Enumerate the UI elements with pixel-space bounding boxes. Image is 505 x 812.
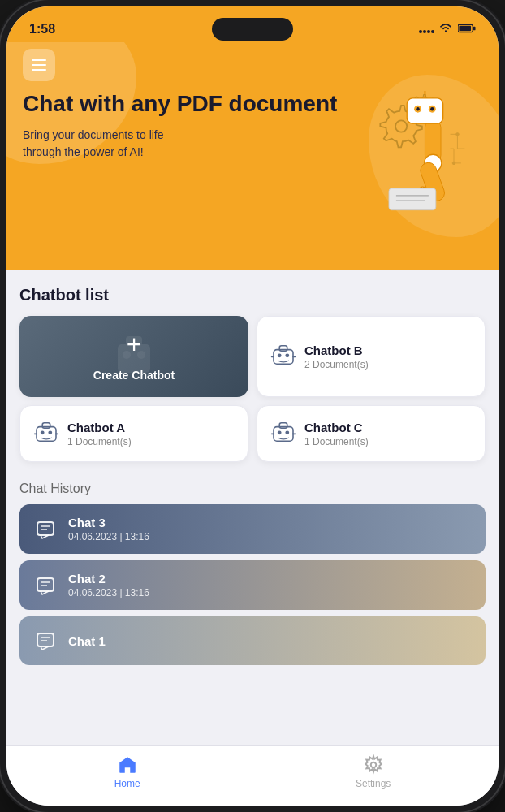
- svg-point-2: [427, 30, 430, 33]
- chatbot-card-a[interactable]: Chatbot A 1 Document(s): [19, 405, 248, 462]
- svg-point-45: [278, 430, 282, 434]
- svg-point-0: [419, 30, 422, 33]
- chat-2-date: 04.06.2023 | 13:16: [68, 587, 149, 598]
- chatbot-a-name: Chatbot A: [67, 421, 132, 434]
- svg-point-1: [423, 30, 426, 33]
- hero-title: Chat with any PDF document: [23, 91, 360, 117]
- chatbot-list-section: Chatbot list + Creat: [19, 286, 486, 462]
- hero-section: Chat with any PDF document Bring your do…: [6, 42, 499, 270]
- nav-settings-label: Settings: [356, 778, 391, 789]
- chat-item-3[interactable]: Chat 3 04.06.2023 | 13:16: [19, 504, 486, 554]
- nav-home[interactable]: Home: [114, 754, 140, 789]
- battery-icon: [458, 22, 476, 37]
- chatbot-a-info: Chatbot A 1 Document(s): [67, 421, 132, 447]
- status-icons: [419, 22, 476, 37]
- chatbot-a-icon: [33, 419, 59, 448]
- create-chatbot-card[interactable]: + Create Chatbot: [19, 316, 248, 397]
- svg-point-46: [285, 430, 289, 434]
- dynamic-island: [212, 18, 293, 41]
- chat-3-icon: [32, 516, 58, 542]
- wifi-icon: [438, 22, 453, 37]
- svg-point-3: [431, 30, 434, 33]
- nav-settings[interactable]: Settings: [356, 754, 391, 789]
- chat-1-icon: [32, 628, 58, 654]
- phone-frame: 1:58: [0, 0, 505, 812]
- chatbot-a-docs: 1 Document(s): [67, 436, 132, 447]
- svg-rect-6: [459, 26, 471, 31]
- create-plus-icon: +: [127, 331, 142, 357]
- chatbot-c-info: Chatbot C 1 Document(s): [304, 421, 369, 447]
- svg-point-39: [41, 430, 45, 434]
- svg-point-18: [416, 107, 419, 110]
- chatbot-card-b[interactable]: Chatbot B 2 Document(s): [257, 316, 486, 397]
- chatbot-grid: + Create Chatbot: [19, 316, 486, 462]
- status-time: 1:58: [29, 22, 55, 37]
- chatbot-b-icon: [270, 342, 296, 371]
- svg-rect-15: [407, 98, 442, 123]
- chat-3-name: Chat 3: [68, 516, 149, 529]
- svg-point-7: [395, 120, 407, 132]
- svg-rect-5: [473, 27, 476, 31]
- chatbot-b-docs: 2 Document(s): [304, 359, 369, 370]
- svg-point-25: [456, 133, 460, 136]
- chat-1-name: Chat 1: [68, 634, 106, 648]
- svg-point-58: [370, 762, 376, 768]
- svg-rect-55: [37, 633, 54, 646]
- svg-point-26: [452, 162, 455, 165]
- svg-point-40: [48, 430, 52, 434]
- chat-2-info: Chat 2 04.06.2023 | 13:16: [68, 572, 149, 598]
- hero-text: Chat with any PDF document Bring your do…: [23, 91, 360, 161]
- screen: 1:58: [6, 6, 499, 806]
- chat-1-info: Chat 1: [68, 634, 106, 648]
- chat-2-icon: [32, 572, 58, 598]
- chat-2-name: Chat 2: [68, 572, 149, 585]
- chat-3-info: Chat 3 04.06.2023 | 13:16: [68, 516, 149, 542]
- signal-icon: [419, 22, 434, 37]
- main-content: Chatbot list + Creat: [6, 270, 499, 745]
- chatbot-b-info: Chatbot B 2 Document(s): [304, 343, 369, 370]
- hero-content: Chat with any PDF document Bring your do…: [23, 91, 482, 224]
- svg-rect-52: [37, 578, 54, 591]
- menu-button[interactable]: [23, 49, 55, 81]
- svg-rect-49: [37, 522, 54, 535]
- chat-3-date: 04.06.2023 | 13:16: [68, 531, 149, 542]
- menu-line1: [32, 59, 46, 61]
- chatbot-card-c[interactable]: Chatbot C 1 Document(s): [257, 405, 486, 462]
- hero-robot-illustration: [360, 91, 490, 224]
- hero-subtitle: Bring your documents to life through the…: [23, 127, 185, 161]
- chat-history-title: Chat History: [19, 482, 486, 496]
- svg-point-33: [278, 353, 282, 357]
- chat-item-1[interactable]: Chat 1: [19, 616, 486, 665]
- svg-point-19: [430, 107, 434, 110]
- menu-line3: [32, 69, 46, 71]
- chatbot-c-icon: [270, 419, 296, 448]
- chatbot-list-title: Chatbot list: [19, 286, 486, 304]
- chat-item-2[interactable]: Chat 2 04.06.2023 | 13:16: [19, 560, 486, 610]
- bottom-nav: Home Settings: [6, 745, 499, 806]
- nav-home-label: Home: [114, 778, 140, 789]
- chatbot-c-name: Chatbot C: [304, 421, 369, 434]
- svg-rect-22: [389, 188, 436, 210]
- chat-history-section: Chat History Chat 3 04.06.2023 | 13:16: [19, 482, 486, 665]
- menu-line2: [32, 64, 46, 66]
- chatbot-b-name: Chatbot B: [304, 343, 369, 357]
- chatbot-c-docs: 1 Document(s): [304, 436, 369, 447]
- svg-point-34: [285, 353, 289, 357]
- create-chatbot-label: Create Chatbot: [93, 369, 175, 382]
